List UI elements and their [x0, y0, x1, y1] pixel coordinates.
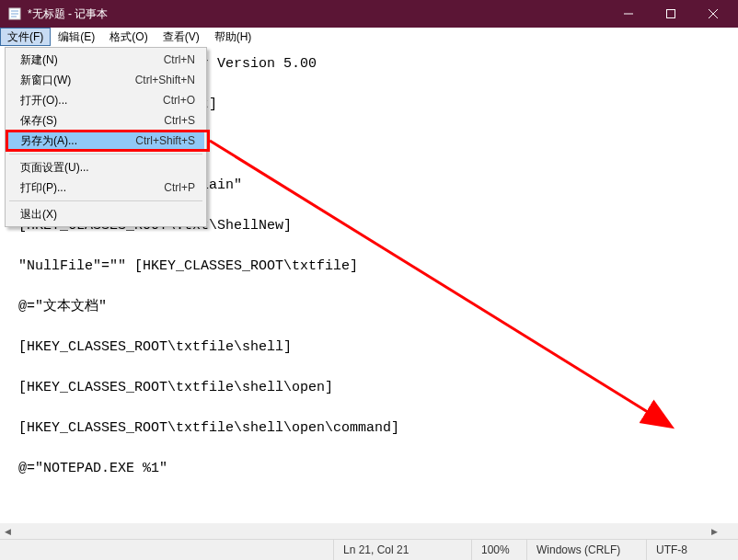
- svg-rect-5: [667, 10, 675, 18]
- horizontal-scrollbar[interactable]: ◀ ▶: [0, 523, 722, 539]
- scroll-track[interactable]: [16, 523, 707, 539]
- minimize-button[interactable]: [607, 0, 650, 28]
- menu-item-save[interactable]: 保存(S)Ctrl+S: [7, 110, 204, 131]
- menu-bar: 文件(F) 编辑(E) 格式(O) 查看(V) 帮助(H): [0, 28, 738, 47]
- status-bar: Ln 21, Col 21 100% Windows (CRLF) UTF-8: [0, 539, 738, 560]
- menu-item-open[interactable]: 打开(O)...Ctrl+O: [7, 90, 204, 110]
- scroll-corner: [722, 523, 738, 539]
- menu-file[interactable]: 文件(F): [0, 28, 51, 46]
- close-button[interactable]: [692, 0, 734, 28]
- scroll-right-arrow-icon[interactable]: ▶: [707, 523, 722, 539]
- status-cursor-position: Ln 21, Col 21: [333, 540, 471, 560]
- status-line-ending: Windows (CRLF): [526, 540, 646, 560]
- status-spacer: [0, 540, 333, 560]
- title-bar: *无标题 - 记事本: [0, 0, 738, 28]
- menu-separator: [9, 154, 202, 154]
- menu-item-exit[interactable]: 退出(X): [7, 204, 204, 224]
- menu-item-new[interactable]: 新建(N)Ctrl+N: [7, 50, 204, 70]
- menu-edit[interactable]: 编辑(E): [51, 28, 102, 46]
- menu-item-new-window[interactable]: 新窗口(W)Ctrl+Shift+N: [7, 70, 204, 90]
- menu-format[interactable]: 格式(O): [102, 28, 155, 46]
- menu-view[interactable]: 查看(V): [156, 28, 207, 46]
- maximize-button[interactable]: [650, 0, 692, 28]
- file-menu-dropdown: 新建(N)Ctrl+N 新窗口(W)Ctrl+Shift+N 打开(O)...C…: [5, 47, 207, 227]
- app-icon: [7, 6, 22, 21]
- menu-separator: [9, 200, 202, 201]
- menu-help[interactable]: 帮助(H): [207, 28, 259, 46]
- scroll-left-arrow-icon[interactable]: ◀: [0, 523, 16, 539]
- status-encoding: UTF-8: [646, 540, 738, 560]
- status-zoom: 100%: [471, 540, 526, 560]
- menu-item-print[interactable]: 打印(P)...Ctrl+P: [7, 177, 204, 198]
- window-title: *无标题 - 记事本: [28, 6, 108, 22]
- menu-item-page-setup[interactable]: 页面设置(U)...: [7, 157, 204, 177]
- menu-item-save-as[interactable]: 另存为(A)...Ctrl+Shift+S: [7, 131, 204, 151]
